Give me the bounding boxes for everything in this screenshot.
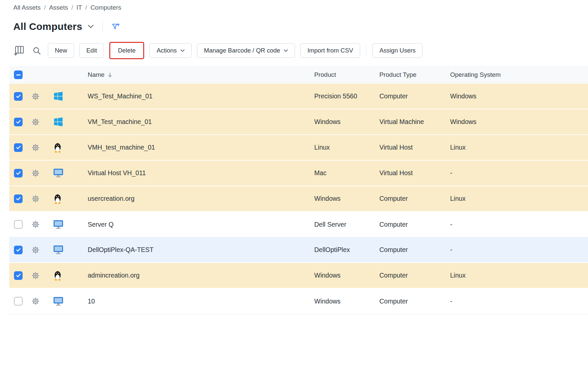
actions-button-label: Actions [156,47,177,54]
linux-icon [53,193,62,204]
asset-product: Windows [314,195,379,202]
table-row[interactable]: WS_Test_Machine_01Precision 5560Computer… [9,84,588,109]
windows-icon [53,117,63,127]
asset-name[interactable]: VMH_test_machine_01 [88,144,314,151]
column-header-operating-system[interactable]: Operating System [450,71,588,78]
breadcrumb-it[interactable]: IT [76,4,82,11]
asset-name[interactable]: Server Q [88,221,314,228]
asset-os: - [450,169,588,177]
manage-barcode-button[interactable]: Manage Barcode / QR code [197,43,295,58]
windows-icon [53,91,63,101]
filter-add-button[interactable] [110,21,122,33]
gear-icon[interactable] [32,272,40,280]
asset-product-type: Computer [379,298,450,305]
breadcrumb-separator: / [44,4,46,11]
table-row[interactable]: usercreation.orgWindowsComputerLinux [9,186,588,212]
page-title: All Computers [13,21,82,32]
asset-product-type: Virtual Host [379,169,450,177]
asset-product-type: Computer [379,246,450,254]
new-button[interactable]: New [48,43,74,58]
table-columns-add-button[interactable] [13,45,25,57]
asset-name[interactable]: VM_Test_machine_01 [88,118,314,126]
view-selector-dropdown[interactable] [88,25,94,29]
asset-product-type: Computer [379,92,450,100]
table-row[interactable]: VMH_test_machine_01LinuxVirtual HostLinu… [9,135,588,161]
asset-table-body: WS_Test_Machine_01Precision 5560Computer… [9,84,588,314]
asset-product-type: Computer [379,272,450,279]
table-row[interactable]: Server QDell ServerComputer- [9,212,588,237]
filter-add-icon [111,22,120,31]
breadcrumb-assets[interactable]: Assets [49,4,68,11]
asset-os: - [450,246,588,254]
delete-button[interactable]: Delete [111,44,142,57]
table-row[interactable]: 10WindowsComputer- [9,289,588,314]
gear-icon[interactable] [32,195,40,203]
title-row: All Computers [13,21,588,33]
asset-product: Dell Server [314,221,379,228]
table-row[interactable]: DellOptiPlex-QA-TESTDellOptiPlexComputer… [9,237,588,263]
column-header-product[interactable]: Product [314,71,379,78]
manage-barcode-button-label: Manage Barcode / QR code [204,47,280,54]
asset-product: DellOptiPlex [314,246,379,254]
divider [366,46,366,56]
search-icon [32,46,41,55]
row-checkbox[interactable] [14,194,23,203]
breadcrumb-all-assets[interactable]: All Assets [13,4,41,11]
row-checkbox[interactable] [14,169,23,178]
asset-name[interactable]: Virtual Host VH_011 [88,169,314,177]
gear-icon[interactable] [32,92,40,100]
asset-table: Name Product Product Type Operating Syst… [9,66,588,314]
gear-icon[interactable] [32,246,40,254]
asset-os: Windows [450,118,588,126]
column-header-product-type[interactable]: Product Type [379,71,450,78]
monitor-icon [53,220,63,229]
chevron-down-icon [88,25,94,29]
row-checkbox[interactable] [14,143,23,152]
asset-name[interactable]: WS_Test_Machine_01 [88,92,314,100]
chevron-down-icon [180,49,185,52]
asset-product: Windows [314,118,379,126]
divider [102,21,103,32]
asset-name[interactable]: 10 [88,298,314,305]
asset-product: Precision 5560 [314,92,379,100]
asset-product-type: Virtual Machine [379,118,450,126]
table-columns-add-icon [14,46,25,56]
sort-descending-icon [108,72,112,78]
asset-name[interactable]: DellOptiPlex-QA-TEST [88,246,314,254]
table-row[interactable]: admincreation.orgWindowsComputerLinux [9,263,588,289]
asset-os: - [450,221,588,228]
column-header-name[interactable]: Name [88,71,105,78]
import-from-csv-button[interactable]: Import from CSV [300,43,360,58]
row-checkbox[interactable] [14,297,23,305]
row-checkbox[interactable] [14,271,23,280]
row-checkbox[interactable] [14,92,23,101]
indeterminate-mark-icon [16,74,21,75]
asset-os: Linux [450,272,588,279]
table-row[interactable]: VM_Test_machine_01WindowsVirtual Machine… [9,109,588,135]
select-all-checkbox[interactable] [14,70,23,79]
gear-icon[interactable] [32,169,40,177]
assign-users-button[interactable]: Assign Users [372,43,423,58]
asset-name[interactable]: admincreation.org [88,272,314,279]
breadcrumb-separator: / [85,4,87,11]
table-header: Name Product Product Type Operating Syst… [9,66,588,84]
table-row[interactable]: Virtual Host VH_011MacVirtual Host- [9,161,588,186]
actions-button[interactable]: Actions [149,43,192,58]
gear-icon[interactable] [32,118,40,126]
gear-icon[interactable] [32,144,40,152]
asset-name[interactable]: usercreation.org [88,195,314,202]
linux-icon [53,270,62,281]
row-checkbox[interactable] [14,246,23,254]
asset-os: - [450,298,588,305]
asset-product: Mac [314,169,379,177]
search-button[interactable] [31,45,43,57]
row-checkbox[interactable] [14,118,23,126]
breadcrumb-computers[interactable]: Computers [90,4,121,11]
monitor-icon [53,297,63,306]
edit-button[interactable]: Edit [79,43,104,58]
row-checkbox[interactable] [14,220,23,229]
asset-product-type: Computer [379,221,450,228]
gear-icon[interactable] [32,297,40,305]
asset-os: Linux [450,144,588,151]
gear-icon[interactable] [32,220,40,228]
